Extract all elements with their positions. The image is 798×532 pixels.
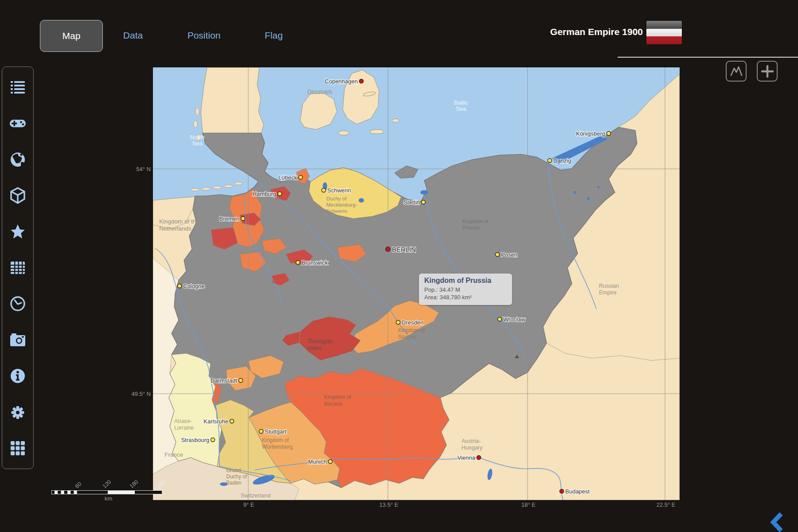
svg-text:Copenhagen: Copenhagen [325,78,358,85]
star-icon[interactable] [9,223,27,241]
svg-text:Kingdom of: Kingdom of [462,219,489,224]
svg-text:Stuttgart: Stuttgart [265,428,287,435]
clock-icon[interactable] [9,295,27,313]
svg-text:Empire: Empire [599,289,617,296]
svg-text:Lorraine: Lorraine [174,425,194,431]
svg-text:Karlsruhe: Karlsruhe [203,418,228,425]
city-dot-vienna[interactable] [477,456,481,460]
info-icon[interactable] [9,367,27,385]
svg-text:Mecklenburg-: Mecklenburg- [326,202,357,207]
svg-text:Strasbourg: Strasbourg [181,437,209,443]
svg-text:France: France [164,451,183,458]
sea-label: North [190,134,204,141]
svg-text:Grand: Grand [226,467,241,473]
cube-icon[interactable] [9,187,27,204]
city-dot-cologne[interactable] [178,284,182,288]
gear-icon[interactable] [9,403,27,421]
svg-text:Budapest: Budapest [565,488,590,495]
gamepad-icon[interactable] [9,114,27,132]
tab-flag[interactable]: Flag [253,20,295,51]
sea-label: Sea [456,106,466,112]
tab-map[interactable]: Map [40,20,103,52]
city-dot-munich[interactable] [329,460,332,464]
city-dot-wroclaw[interactable] [498,317,502,321]
elevation-profile-button[interactable] [726,61,747,82]
svg-text:Prussia: Prussia [462,225,480,230]
svg-text:Hungary: Hungary [462,445,483,451]
svg-text:states: states [307,345,321,351]
svg-text:Vienna: Vienna [458,454,476,461]
svg-text:Saxony: Saxony [398,334,416,340]
city-dot-schwerin[interactable] [322,188,326,192]
city-dot-bremen[interactable] [241,217,245,221]
svg-text:240: 240 [156,480,167,489]
tab-position[interactable]: Position [177,20,231,51]
city-dot-stuttgart[interactable] [259,430,263,434]
tooltip-title: Kingdom of Prussia [424,277,507,285]
city-dot-dresden[interactable] [396,321,400,325]
svg-text:Kingdom of: Kingdom of [324,394,351,400]
table-icon[interactable] [9,259,27,277]
svg-text:Netherlands: Netherlands [159,225,192,232]
city-dot-berlin[interactable] [386,247,390,251]
svg-text:Posen: Posen [501,251,517,258]
city-dot-hamburg[interactable] [278,192,282,196]
latitude-label: 54° N [124,166,151,172]
map-tooltip: Kingdom of Prussia Pop.: 34.47 M Area: 3… [419,274,512,305]
sea-label: Baltic [454,99,468,106]
city-dot-luebeck[interactable] [299,176,303,180]
svg-text:Darmstadt: Darmstadt [211,377,237,384]
svg-text:Kingdom of: Kingdom of [398,327,425,333]
tooltip-area: Area: 348,780 km² [424,293,507,301]
svg-text:Stettin: Stettin [403,199,420,206]
city-dot-danzig[interactable] [548,159,552,163]
add-button[interactable] [757,61,778,82]
svg-text:BERLIN: BERLIN [392,246,416,253]
scale-bar: 60 120 180 240 km [51,480,180,503]
city-dot-strasbourg[interactable] [211,438,215,442]
svg-text:Bavaria: Bavaria [324,401,342,407]
latitude-label: 49.5° N [124,391,151,397]
svg-text:Austria-: Austria- [462,438,481,444]
svg-text:Munich: Munich [308,458,327,465]
svg-text:Bremen: Bremen [219,215,239,222]
city-dot-karlsruhe[interactable] [230,419,234,423]
svg-text:Wrocław: Wrocław [503,316,525,323]
map-canvas[interactable]: North Sea Baltic Sea Denmark Kingdom of … [153,67,680,500]
svg-text:Lübeck: Lübeck [278,174,297,181]
svg-text:Württemberg: Württemberg [262,444,293,450]
tab-data[interactable]: Data [111,20,155,51]
svg-text:Baden: Baden [226,480,242,486]
svg-text:Alsace-: Alsace- [174,418,192,424]
longitude-label: 9° E [233,501,264,508]
german-empire-flag [646,21,682,44]
mountain-icon [730,65,743,78]
svg-text:Duchy of: Duchy of [326,196,347,201]
svg-text:Danzig: Danzig [553,157,571,164]
city-dot-copenhagen[interactable] [360,79,364,83]
city-dot-darmstadt[interactable] [239,379,243,383]
svg-text:Switzerland: Switzerland [241,492,270,499]
globe-icon[interactable] [9,151,27,168]
city-dot-stettin[interactable] [422,200,426,204]
svg-text:180: 180 [129,480,140,489]
chevron-left-icon [773,514,781,531]
list-icon[interactable] [9,78,27,96]
city-dot-posen[interactable] [496,253,500,257]
svg-text:Kingdom of the: Kingdom of the [159,218,200,225]
svg-text:Denmark: Denmark [307,88,333,95]
camera-icon[interactable] [9,331,27,349]
scale-unit: km [105,495,112,502]
app-grid-icon[interactable] [9,439,27,457]
tooltip-population: Pop.: 34.47 M [424,286,507,293]
svg-text:Thuringian: Thuringian [307,338,332,344]
back-chevron-button[interactable] [769,512,786,532]
city-dot-budapest[interactable] [560,489,564,493]
longitude-label: 22.5° E [650,501,681,508]
svg-text:Duchy of: Duchy of [226,473,247,480]
city-dot-konigsberg[interactable] [607,132,611,136]
plus-icon [761,65,774,78]
svg-text:Hamburg: Hamburg [253,191,276,197]
city-dot-brunswick[interactable] [296,261,300,265]
sea-label: Sea [192,140,203,147]
